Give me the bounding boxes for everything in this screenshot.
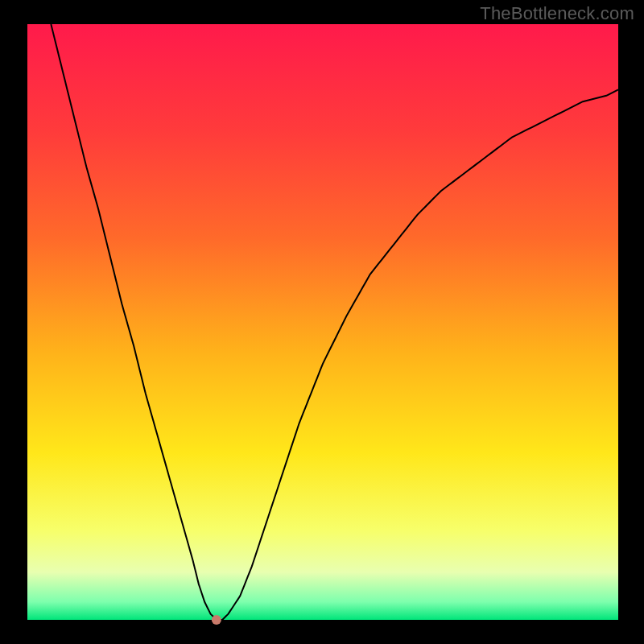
plot-background — [27, 24, 618, 620]
watermark-label: TheBottleneck.com — [480, 3, 634, 24]
bottleneck-chart — [0, 0, 644, 644]
optimal-marker — [212, 615, 221, 625]
chart-container: TheBottleneck.com — [0, 0, 644, 644]
